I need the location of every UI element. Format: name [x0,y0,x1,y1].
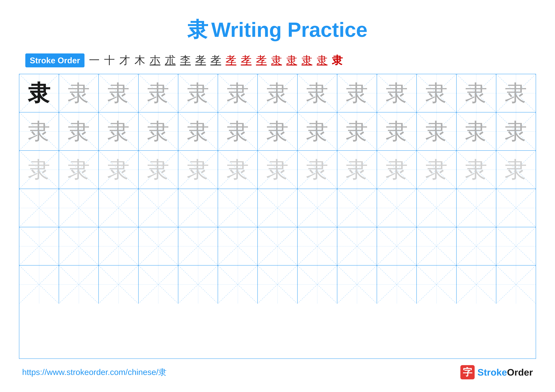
cell-1-10[interactable]: 隶 [377,74,417,112]
cell-3-10[interactable]: 隶 [377,151,417,189]
svg-line-99 [417,189,456,227]
cell-1-5[interactable]: 隶 [178,74,218,112]
svg-line-91 [258,189,297,227]
cell-2-13[interactable]: 隶 [496,112,536,150]
cell-5-3[interactable] [99,227,139,265]
svg-line-115 [218,227,257,265]
cell-5-1[interactable] [19,227,59,265]
cell-4-3[interactable] [99,189,139,227]
svg-line-131 [19,265,59,303]
cell-6-13[interactable] [496,265,536,303]
cell-1-13[interactable]: 隶 [496,74,536,112]
cell-5-2[interactable] [59,227,99,265]
cell-3-1[interactable]: 隶 [19,151,59,189]
cell-4-1[interactable] [19,189,59,227]
svg-line-84 [139,189,178,227]
cell-3-2[interactable]: 隶 [59,151,99,189]
cell-4-8[interactable] [298,189,337,227]
cell-1-4[interactable]: 隶 [139,74,178,112]
title-chinese-char: 隶 [188,16,208,44]
cell-2-1[interactable]: 隶 [19,112,59,150]
cell-3-9[interactable]: 隶 [337,151,377,189]
cell-3-3[interactable]: 隶 [99,151,139,189]
cell-1-9[interactable]: 隶 [337,74,377,112]
cell-4-6[interactable] [218,189,258,227]
stroke-5: 朩 [150,53,161,68]
stroke-9: 孝 [210,53,221,68]
cell-5-12[interactable] [457,227,496,265]
cell-3-6[interactable]: 隶 [218,151,258,189]
stroke-1: 一 [89,53,100,68]
cell-5-10[interactable] [377,227,417,265]
stroke-order-row: Stroke Order 一 十 才 木 朩 朮 李 孝 孝 孝 孝 孝 隶 隶… [19,53,536,68]
cell-6-12[interactable] [457,265,496,303]
cell-3-4[interactable]: 隶 [139,151,178,189]
cell-6-11[interactable] [417,265,456,303]
cell-6-7[interactable] [258,265,297,303]
cell-1-11[interactable]: 隶 [417,74,456,112]
svg-line-110 [139,227,178,265]
cell-4-9[interactable] [337,189,377,227]
svg-line-107 [59,227,98,265]
cell-5-11[interactable] [417,227,456,265]
cell-4-13[interactable] [496,189,536,227]
cell-2-6[interactable]: 隶 [218,112,258,150]
cell-1-12[interactable]: 隶 [457,74,496,112]
cell-5-8[interactable] [298,227,337,265]
svg-line-100 [457,189,496,227]
cell-2-2[interactable]: 隶 [59,112,99,150]
svg-line-143 [258,265,297,303]
cell-6-5[interactable] [178,265,218,303]
cell-3-12[interactable]: 隶 [457,151,496,189]
cell-4-2[interactable] [59,189,99,227]
cell-1-2[interactable]: 隶 [59,74,99,112]
cell-6-9[interactable] [337,265,377,303]
cell-3-8[interactable]: 隶 [298,151,337,189]
cell-6-1[interactable] [19,265,59,303]
cell-5-13[interactable] [496,227,536,265]
cell-1-6[interactable]: 隶 [218,74,258,112]
cell-4-5[interactable] [178,189,218,227]
svg-line-151 [417,265,456,303]
cell-4-12[interactable] [457,189,496,227]
cell-3-5[interactable]: 隶 [178,151,218,189]
cell-1-7[interactable]: 隶 [258,74,297,112]
cell-2-9[interactable]: 隶 [337,112,377,150]
cell-5-6[interactable] [218,227,258,265]
cell-5-4[interactable] [139,227,178,265]
cell-3-11[interactable]: 隶 [417,151,456,189]
svg-line-135 [99,265,138,303]
cell-2-7[interactable]: 隶 [258,112,297,150]
cell-4-7[interactable] [258,189,297,227]
cell-6-3[interactable] [99,265,139,303]
cell-4-4[interactable] [139,189,178,227]
cell-6-10[interactable] [377,265,417,303]
cell-5-5[interactable] [178,227,218,265]
cell-6-8[interactable] [298,265,337,303]
svg-line-83 [99,189,138,227]
stroke-14: 隶 [286,53,297,68]
cell-6-4[interactable] [139,265,178,303]
cell-2-4[interactable]: 隶 [139,112,178,150]
cell-6-6[interactable] [218,265,258,303]
cell-1-1[interactable]: 隶 [19,74,59,112]
svg-line-79 [19,189,59,227]
svg-line-104 [19,227,59,265]
cell-5-9[interactable] [337,227,377,265]
cell-4-11[interactable] [417,189,456,227]
cell-2-10[interactable]: 隶 [377,112,417,150]
cell-4-10[interactable] [377,189,417,227]
strokeorder-logo-icon: 字 [460,365,475,379]
cell-1-8[interactable]: 隶 [298,74,337,112]
svg-line-116 [258,227,297,265]
cell-1-3[interactable]: 隶 [99,74,139,112]
cell-2-3[interactable]: 隶 [99,112,139,150]
cell-5-7[interactable] [258,227,297,265]
cell-2-8[interactable]: 隶 [298,112,337,150]
cell-2-12[interactable]: 隶 [457,112,496,150]
cell-6-2[interactable] [59,265,99,303]
cell-2-11[interactable]: 隶 [417,112,456,150]
cell-3-13[interactable]: 隶 [496,151,536,189]
cell-3-7[interactable]: 隶 [258,151,297,189]
cell-2-5[interactable]: 隶 [178,112,218,150]
